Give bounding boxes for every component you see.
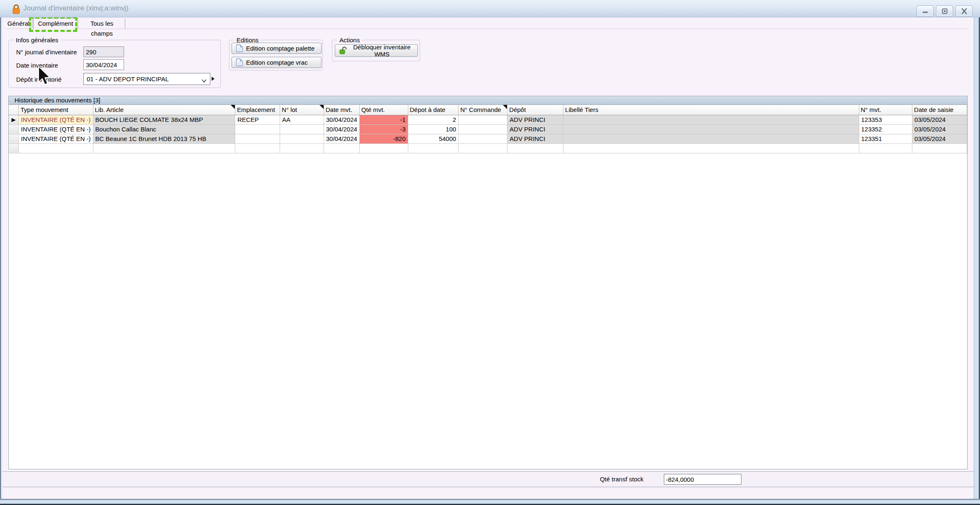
table-cell[interactable]: ADV PRINCI bbox=[507, 115, 563, 124]
table-cell[interactable] bbox=[235, 134, 280, 143]
table-cell[interactable]: 54000 bbox=[408, 134, 458, 143]
restore-button[interactable] bbox=[936, 5, 953, 17]
table-cell[interactable]: INVENTAIRE (QTÉ EN -) bbox=[19, 124, 93, 134]
table-cell[interactable] bbox=[912, 143, 967, 153]
table-cell[interactable]: -820 bbox=[359, 134, 408, 143]
arrow-right-icon[interactable] bbox=[212, 77, 215, 81]
table-cell[interactable] bbox=[563, 115, 859, 124]
groupbox-legend: Actions bbox=[337, 36, 362, 44]
numero-journal-field[interactable] bbox=[83, 46, 124, 57]
table-cell[interactable] bbox=[235, 143, 280, 153]
table-cell[interactable]: 03/05/2024 bbox=[912, 134, 967, 143]
column-marker-icon bbox=[503, 105, 507, 109]
column-header[interactable]: Dépot à date bbox=[408, 105, 458, 115]
tab-tous-les-champs[interactable]: Tous les champs bbox=[79, 19, 125, 29]
column-header[interactable]: N° lot bbox=[280, 105, 324, 115]
table-cell[interactable] bbox=[458, 124, 507, 134]
date-inventaire-field[interactable] bbox=[83, 59, 124, 70]
row-selector-cell[interactable] bbox=[9, 134, 19, 143]
column-header-label: N° Commande bbox=[460, 106, 501, 113]
table-cell[interactable] bbox=[458, 143, 507, 153]
table-cell[interactable] bbox=[458, 115, 507, 124]
depot-inventorie-combobox[interactable]: 01 - ADV DEPOT PRINCIPAL bbox=[83, 73, 210, 85]
table-cell[interactable] bbox=[563, 134, 859, 143]
column-header-label: N° mvt. bbox=[861, 106, 881, 113]
table-cell[interactable]: 03/05/2024 bbox=[912, 124, 967, 134]
tab-general[interactable]: Général bbox=[5, 19, 32, 29]
column-header-label: Emplacement bbox=[237, 106, 275, 113]
table-cell[interactable]: 100 bbox=[408, 124, 458, 134]
table-cell[interactable] bbox=[563, 124, 859, 134]
table-cell[interactable]: 30/04/2024 bbox=[324, 134, 359, 143]
column-header[interactable]: Lib. Article bbox=[93, 105, 235, 115]
table-row: ▶INVENTAIRE (QTÉ EN -)BOUCH LIEGE COLMAT… bbox=[9, 115, 967, 124]
table-cell[interactable] bbox=[280, 134, 324, 143]
tab-complement[interactable]: Complément bbox=[33, 18, 78, 29]
table-cell[interactable]: 30/04/2024 bbox=[324, 115, 359, 124]
column-header[interactable]: Libellé Tiers bbox=[563, 105, 859, 115]
document-icon bbox=[236, 58, 243, 66]
table-cell[interactable] bbox=[359, 143, 408, 153]
table-cell[interactable]: INVENTAIRE (QTÉ EN -) bbox=[19, 115, 93, 124]
table-cell[interactable]: -3 bbox=[359, 124, 408, 134]
column-header[interactable]: Date mvt. bbox=[324, 105, 359, 115]
minimize-button[interactable] bbox=[917, 5, 934, 17]
table-cell[interactable] bbox=[19, 143, 93, 153]
table-cell[interactable]: 123353 bbox=[859, 115, 912, 124]
column-header-label: Libellé Tiers bbox=[565, 106, 598, 113]
column-header[interactable]: Emplacement bbox=[235, 105, 280, 115]
row-selector-header[interactable] bbox=[9, 105, 19, 115]
column-header-label: Dépot à date bbox=[410, 106, 446, 113]
table-cell[interactable]: 123351 bbox=[859, 134, 912, 143]
table-cell[interactable]: RECEP bbox=[235, 115, 280, 124]
table-cell[interactable]: BC Beaune 1C Brunet HDB 2013 75 HB bbox=[93, 134, 235, 143]
table-cell[interactable]: ADV PRINCI bbox=[507, 134, 563, 143]
table-cell[interactable]: 03/05/2024 bbox=[912, 115, 967, 124]
debloquer-inventaire-wms-button[interactable]: Débloquer inventaire WMS bbox=[335, 44, 418, 57]
table-cell[interactable] bbox=[507, 143, 563, 153]
window-title: Journal d'inventaire (xinvj:a:winvj) bbox=[23, 4, 129, 12]
column-header-label: Lib. Article bbox=[95, 106, 124, 113]
edition-comptage-vrac-button[interactable]: Edition comptage vrac bbox=[232, 57, 322, 68]
table-cell[interactable] bbox=[563, 143, 859, 153]
table-cell[interactable] bbox=[235, 124, 280, 134]
chevron-down-icon bbox=[201, 77, 207, 84]
column-header-label: Date mvt. bbox=[326, 106, 352, 113]
tab-page-edge bbox=[6, 29, 968, 29]
column-header[interactable]: Type mouvement bbox=[19, 105, 93, 115]
table-cell[interactable]: ADV PRINCI bbox=[507, 124, 563, 134]
table-cell[interactable] bbox=[458, 134, 507, 143]
row-selector-cell[interactable]: ▶ bbox=[9, 115, 19, 124]
table-cell[interactable]: INVENTAIRE (QTÉ EN -) bbox=[19, 134, 93, 143]
table-cell[interactable] bbox=[280, 124, 324, 134]
table-cell[interactable]: -1 bbox=[359, 115, 408, 124]
close-button[interactable] bbox=[956, 5, 973, 17]
current-row-arrow-icon: ▶ bbox=[12, 117, 16, 123]
column-header[interactable]: N° mvt. bbox=[859, 105, 912, 115]
row-selector-cell[interactable] bbox=[9, 143, 19, 153]
table-cell[interactable]: BOUCH LIEGE COLMATE 38x24 MBP bbox=[93, 115, 235, 124]
table-cell[interactable]: Bouchon Callac Blanc bbox=[93, 124, 235, 134]
table-cell[interactable]: 123352 bbox=[859, 124, 912, 134]
edition-comptage-palette-button[interactable]: Edition comptage palette bbox=[232, 43, 322, 54]
table-cell[interactable] bbox=[93, 143, 235, 153]
groupbox-actions: Actions Débloquer inventaire WMS bbox=[332, 40, 420, 61]
column-header[interactable]: Qté mvt. bbox=[359, 105, 408, 115]
qte-transf-stock-field[interactable] bbox=[664, 474, 741, 485]
table-cell[interactable] bbox=[280, 143, 324, 153]
column-header[interactable]: N° Commande bbox=[458, 105, 507, 115]
column-header-label: Date de saisie bbox=[914, 106, 953, 113]
column-header-label: Qté mvt. bbox=[361, 106, 385, 113]
column-marker-icon bbox=[231, 105, 235, 109]
table-cell[interactable]: 2 bbox=[408, 115, 458, 124]
column-header[interactable]: Date de saisie bbox=[912, 105, 967, 115]
table-cell[interactable] bbox=[408, 143, 458, 153]
table-cell[interactable] bbox=[324, 143, 359, 153]
table-cell[interactable]: AA bbox=[280, 115, 324, 124]
column-header[interactable]: Dépôt bbox=[507, 105, 563, 115]
row-selector-cell[interactable] bbox=[9, 124, 19, 134]
window-frame-right bbox=[974, 17, 980, 505]
table-row: INVENTAIRE (QTÉ EN -)Bouchon Callac Blan… bbox=[9, 124, 967, 134]
table-cell[interactable]: 30/04/2024 bbox=[324, 124, 359, 134]
table-cell[interactable] bbox=[859, 143, 912, 153]
